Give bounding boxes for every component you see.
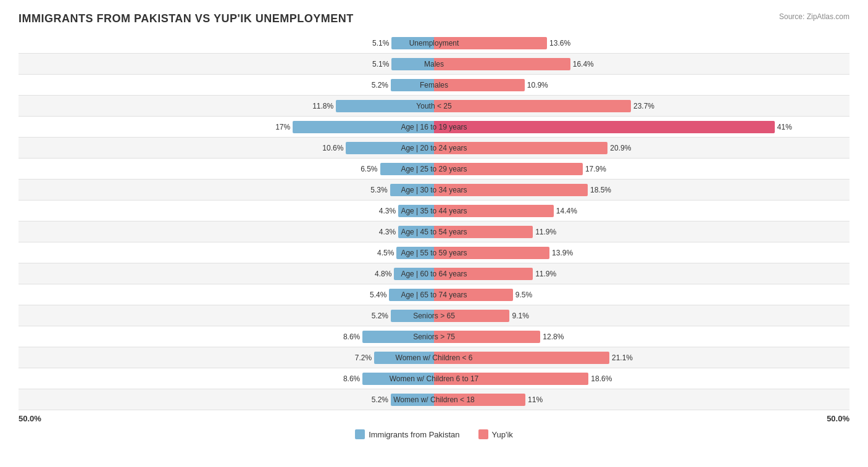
left-value: 4.8%: [375, 270, 391, 278]
right-value: 11.9%: [535, 270, 556, 278]
left-value: 5.2%: [372, 312, 388, 320]
chart-source: Source: ZipAtlas.com: [779, 12, 849, 21]
legend-item-right: Yup'ik: [478, 429, 513, 439]
legend-item-left: Immigrants from Pakistan: [355, 429, 459, 439]
right-value: 10.9%: [527, 81, 548, 89]
legend-color-left: [355, 429, 365, 439]
bar-right: [434, 184, 588, 196]
left-value: 7.2%: [355, 353, 372, 362]
bar-left: [362, 373, 434, 385]
left-value: 10.6%: [322, 144, 343, 152]
left-value: 5.4%: [370, 291, 386, 299]
left-value: 8.6%: [343, 333, 360, 341]
right-value: 14.4%: [556, 207, 577, 215]
left-value: 8.6%: [343, 374, 360, 383]
bar-row: 5.2%Women w/ Children < 1811%: [19, 389, 849, 410]
axis-row: 50.0% 50.0%: [19, 414, 849, 423]
right-value: 9.1%: [512, 312, 528, 320]
bar-left: [394, 268, 434, 280]
bar-right: [434, 142, 607, 154]
left-value: 5.2%: [372, 81, 388, 89]
bar-right: [434, 352, 609, 364]
left-value: 6.5%: [361, 165, 377, 173]
right-value: 13.9%: [552, 249, 573, 257]
bar-right: [434, 310, 509, 322]
bar-right: [434, 37, 547, 49]
bar-right: [434, 373, 588, 385]
bar-left: [396, 247, 434, 259]
bar-right: [434, 163, 583, 175]
left-value: 5.3%: [370, 186, 387, 194]
left-value: 4.3%: [379, 228, 396, 236]
bar-right: [434, 394, 525, 406]
left-value: 5.2%: [372, 395, 388, 404]
legend-label-right: Yup'ik: [492, 430, 513, 439]
bar-right: [434, 226, 533, 238]
bar-left: [390, 184, 434, 196]
bar-row: 5.1%Males16.4%: [19, 54, 849, 75]
right-value: 11.9%: [535, 228, 556, 236]
right-value: 23.7%: [633, 102, 654, 110]
axis-left-label: 50.0%: [19, 414, 41, 423]
right-value: 21.1%: [612, 353, 633, 362]
bar-row: 7.2%Women w/ Children < 621.1%: [19, 347, 849, 368]
bar-row: 4.3%Age | 35 to 44 years14.4%: [19, 200, 849, 221]
bar-row: 11.8%Youth < 2523.7%: [19, 96, 849, 117]
left-value: 5.1%: [372, 60, 389, 68]
left-value: 4.3%: [379, 207, 396, 215]
bar-right: [434, 331, 540, 343]
bar-left: [374, 352, 434, 364]
bar-left: [398, 205, 434, 217]
bar-row: 8.6%Women w/ Children 6 to 1718.6%: [19, 368, 849, 389]
bar-right: [434, 289, 513, 301]
bar-left: [336, 100, 434, 112]
left-value: 17%: [275, 123, 290, 131]
legend-color-right: [478, 429, 488, 439]
bar-row: 8.6%Seniors > 7512.8%: [19, 326, 849, 347]
right-value: 18.6%: [591, 374, 612, 383]
bar-left: [391, 394, 434, 406]
bar-left: [293, 121, 434, 133]
bar-row: 17%Age | 16 to 19 years41%: [19, 117, 849, 138]
left-value: 4.5%: [377, 249, 394, 257]
bar-right: [434, 100, 631, 112]
right-value: 18.5%: [590, 186, 611, 194]
bar-right: [434, 121, 775, 133]
bar-left: [398, 226, 434, 238]
right-value: 16.4%: [573, 60, 594, 68]
axis-right-label: 50.0%: [827, 414, 849, 423]
bar-left: [362, 331, 434, 343]
bar-left: [391, 37, 434, 49]
chart-title: IMMIGRANTS FROM PAKISTAN VS YUP'IK UNEMP…: [19, 12, 354, 25]
bar-row: 6.5%Age | 25 to 29 years17.9%: [19, 159, 849, 180]
bar-right: [434, 79, 525, 91]
left-value: 11.8%: [312, 102, 333, 110]
right-value: 20.9%: [610, 144, 631, 152]
bar-right: [434, 58, 570, 70]
bar-row: 5.2%Females10.9%: [19, 75, 849, 96]
left-value: 5.1%: [372, 39, 389, 48]
bar-row: 4.8%Age | 60 to 64 years11.9%: [19, 263, 849, 284]
bar-row: 5.3%Age | 30 to 34 years18.5%: [19, 180, 849, 200]
bar-left: [389, 289, 434, 301]
right-value: 41%: [777, 123, 792, 131]
right-value: 11%: [528, 395, 543, 404]
legend: Immigrants from Pakistan Yup'ik: [19, 429, 849, 439]
bar-left: [380, 163, 434, 175]
right-value: 12.8%: [543, 333, 564, 341]
right-value: 17.9%: [585, 165, 606, 173]
bar-row: 5.1%Unemployment13.6%: [19, 33, 849, 54]
bar-row: 5.2%Seniors > 659.1%: [19, 305, 849, 326]
bars-container: 5.1%Unemployment13.6%5.1%Males16.4%5.2%F…: [19, 33, 849, 410]
right-value: 9.5%: [515, 291, 532, 299]
bar-row: 4.3%Age | 45 to 54 years11.9%: [19, 221, 849, 242]
bar-row: 4.5%Age | 55 to 59 years13.9%: [19, 242, 849, 263]
right-value: 13.6%: [549, 39, 570, 48]
bar-left: [391, 79, 434, 91]
bar-right: [434, 247, 549, 259]
bar-left: [391, 58, 434, 70]
bar-right: [434, 205, 554, 217]
bar-left: [346, 142, 434, 154]
bar-row: 10.6%Age | 20 to 24 years20.9%: [19, 138, 849, 159]
bar-left: [391, 310, 434, 322]
